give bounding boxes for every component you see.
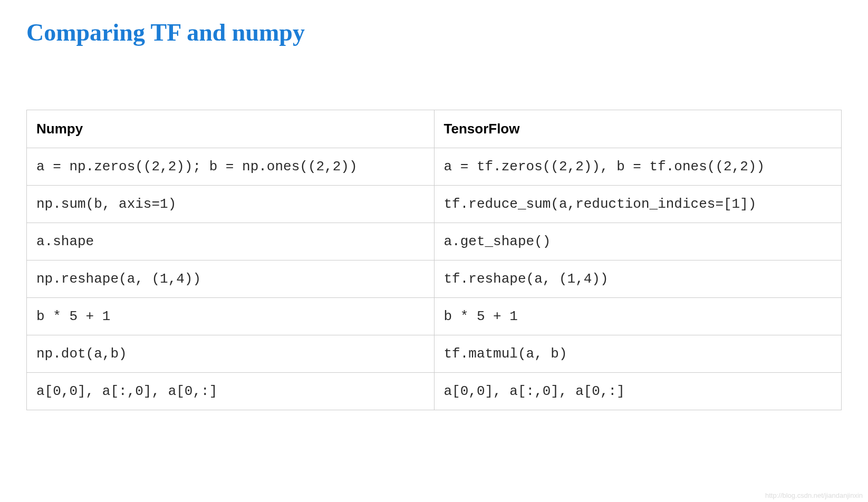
table-row: np.dot(a,b) tf.matmul(a, b)	[27, 335, 842, 373]
cell-numpy: b * 5 + 1	[27, 298, 435, 335]
table-row: np.reshape(a, (1,4)) tf.reshape(a, (1,4)…	[27, 260, 842, 298]
cell-numpy: np.dot(a,b)	[27, 335, 435, 373]
cell-numpy: a.shape	[27, 223, 435, 260]
table-row: np.sum(b, axis=1) tf.reduce_sum(a,reduct…	[27, 186, 842, 223]
table-row: a[0,0], a[:,0], a[0,:] a[0,0], a[:,0], a…	[27, 373, 842, 410]
cell-tensorflow: a[0,0], a[:,0], a[0,:]	[434, 373, 842, 410]
page-title: Comparing TF and numpy	[26, 18, 842, 46]
cell-tensorflow: b * 5 + 1	[434, 298, 842, 335]
cell-numpy: np.sum(b, axis=1)	[27, 186, 435, 223]
comparison-table: Numpy TensorFlow a = np.zeros((2,2)); b …	[26, 110, 842, 410]
header-tensorflow: TensorFlow	[434, 110, 842, 148]
cell-tensorflow: a.get_shape()	[434, 223, 842, 260]
table-header-row: Numpy TensorFlow	[27, 110, 842, 148]
cell-numpy: a = np.zeros((2,2)); b = np.ones((2,2))	[27, 148, 435, 186]
cell-tensorflow: tf.reshape(a, (1,4))	[434, 260, 842, 298]
cell-tensorflow: tf.matmul(a, b)	[434, 335, 842, 373]
table-row: a.shape a.get_shape()	[27, 223, 842, 260]
cell-numpy: a[0,0], a[:,0], a[0,:]	[27, 373, 435, 410]
cell-numpy: np.reshape(a, (1,4))	[27, 260, 435, 298]
table-row: a = np.zeros((2,2)); b = np.ones((2,2)) …	[27, 148, 842, 186]
cell-tensorflow: a = tf.zeros((2,2)), b = tf.ones((2,2))	[434, 148, 842, 186]
cell-tensorflow: tf.reduce_sum(a,reduction_indices=[1])	[434, 186, 842, 223]
header-numpy: Numpy	[27, 110, 435, 148]
table-row: b * 5 + 1 b * 5 + 1	[27, 298, 842, 335]
